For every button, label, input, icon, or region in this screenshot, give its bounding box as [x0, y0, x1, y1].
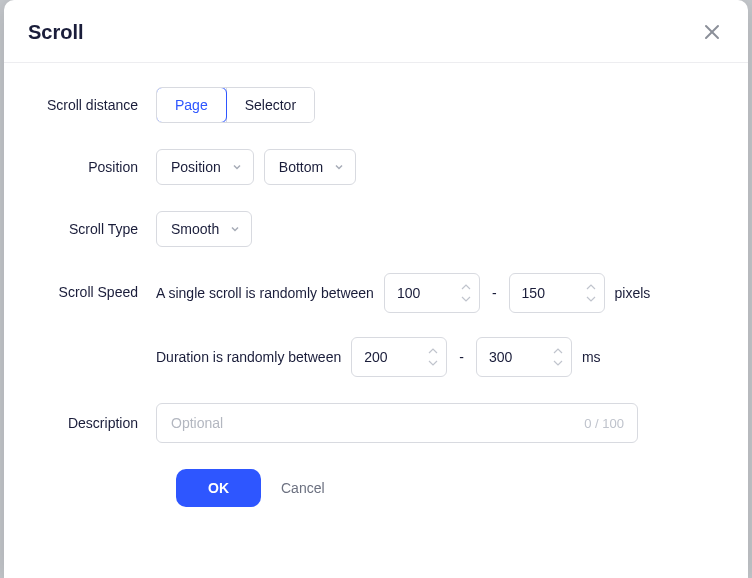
- scroll-modal: Scroll Scroll distance Page Selector Pos…: [4, 0, 748, 578]
- speed-text-1: A single scroll is randomly between: [156, 285, 374, 301]
- scroll-type-select[interactable]: Smooth: [156, 211, 252, 247]
- modal-title: Scroll: [28, 21, 84, 44]
- label-scroll-distance: Scroll distance: [28, 96, 156, 114]
- stepper-up[interactable]: [426, 346, 440, 356]
- modal-footer: OK Cancel: [28, 469, 724, 507]
- scroll-distance-toggle: Page Selector: [156, 87, 315, 123]
- toggle-page[interactable]: Page: [156, 87, 227, 123]
- stepper-up[interactable]: [459, 282, 473, 292]
- scroll-type-value: Smooth: [171, 221, 219, 237]
- row-scroll-type: Scroll Type Smooth: [28, 211, 724, 247]
- modal-header: Scroll: [4, 0, 748, 63]
- speed-unit-2: ms: [582, 349, 601, 365]
- scroll-min-input[interactable]: [384, 273, 480, 313]
- position-value-select[interactable]: Bottom: [264, 149, 356, 185]
- label-scroll-type: Scroll Type: [28, 220, 156, 238]
- row-description: Description 0 / 100: [28, 403, 724, 443]
- stepper-down[interactable]: [459, 294, 473, 304]
- stepper-down[interactable]: [426, 358, 440, 368]
- row-scroll-speed: Scroll Speed A single scroll is randomly…: [28, 273, 724, 377]
- speed-unit-1: pixels: [615, 285, 651, 301]
- dash-2: -: [457, 349, 466, 365]
- scroll-max-input[interactable]: [509, 273, 605, 313]
- position-mode-select[interactable]: Position: [156, 149, 254, 185]
- description-input[interactable]: [156, 403, 638, 443]
- close-button[interactable]: [700, 20, 724, 44]
- cancel-button[interactable]: Cancel: [281, 480, 325, 496]
- position-mode-value: Position: [171, 159, 221, 175]
- chevron-down-icon: [231, 161, 243, 173]
- row-scroll-distance: Scroll distance Page Selector: [28, 87, 724, 123]
- toggle-selector[interactable]: Selector: [226, 88, 314, 122]
- ok-button[interactable]: OK: [176, 469, 261, 507]
- row-position: Position Position Bottom: [28, 149, 724, 185]
- duration-min-input[interactable]: [351, 337, 447, 377]
- dash-1: -: [490, 285, 499, 301]
- speed-text-2: Duration is randomly between: [156, 349, 341, 365]
- label-position: Position: [28, 158, 156, 176]
- chevron-down-icon: [229, 223, 241, 235]
- stepper-down[interactable]: [584, 294, 598, 304]
- char-counter: 0 / 100: [584, 416, 624, 431]
- description-wrap: 0 / 100: [156, 403, 638, 443]
- label-description: Description: [28, 414, 156, 432]
- stepper-up[interactable]: [584, 282, 598, 292]
- stepper-up[interactable]: [551, 346, 565, 356]
- label-scroll-speed: Scroll Speed: [28, 273, 156, 301]
- close-icon: [704, 24, 720, 40]
- modal-body: Scroll distance Page Selector Position P…: [4, 63, 748, 578]
- position-value: Bottom: [279, 159, 323, 175]
- chevron-down-icon: [333, 161, 345, 173]
- stepper-down[interactable]: [551, 358, 565, 368]
- duration-max-input[interactable]: [476, 337, 572, 377]
